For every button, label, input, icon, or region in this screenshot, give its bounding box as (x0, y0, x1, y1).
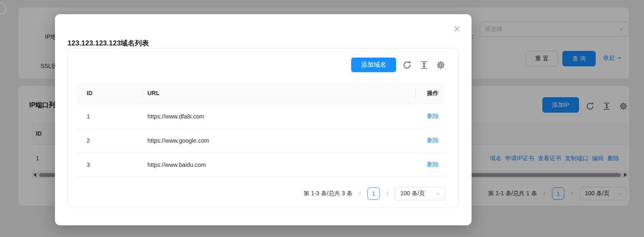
add-domain-button-label: 添加域名 (361, 61, 386, 69)
page-size-value: 100 条/页 (400, 190, 425, 197)
cell-url: https://www.baidu.com (147, 161, 206, 168)
delete-link[interactable]: 删除 (427, 137, 439, 144)
cell-url: https://www.dfa8i.com (147, 113, 204, 120)
chevron-down-icon (436, 192, 440, 196)
pagination-summary: 第 1-3 条/总共 3 条 (304, 190, 352, 197)
add-domain-button[interactable]: 添加域名 (351, 58, 396, 72)
settings-gear-icon[interactable] (436, 61, 445, 70)
col-action: 操作 (427, 90, 439, 97)
column-divider (415, 89, 416, 98)
col-id: ID (87, 90, 92, 96)
cell-url: https://www.google.com (147, 137, 209, 144)
modal-panel: 添加域名 ID URL 操作 1 https://www.dfa8i.com 删… (67, 48, 459, 207)
column-divider (142, 89, 143, 98)
domain-table-row: 3 https://www.baidu.com 删除 (77, 153, 446, 177)
domain-table-row: 2 https://www.google.com 删除 (77, 129, 446, 153)
domain-list-modal: 123.123.123.123域名列表 添加域名 ID URL 操作 1 htt (55, 14, 472, 225)
domain-pagination: 第 1-3 条/总共 3 条 1 100 条/页 (304, 187, 445, 200)
refresh-icon[interactable] (402, 61, 412, 70)
page-number-button[interactable]: 1 (367, 187, 380, 200)
row-height-icon[interactable] (419, 61, 429, 70)
delete-link[interactable]: 删除 (427, 113, 439, 120)
modal-title: 123.123.123.123域名列表 (67, 38, 149, 48)
domain-table-row: 1 https://www.dfa8i.com 删除 (77, 104, 446, 129)
col-url: URL (147, 90, 160, 96)
cell-id: 1 (87, 113, 90, 120)
cell-id: 2 (87, 137, 90, 144)
page-size-select[interactable]: 100 条/页 (395, 187, 445, 200)
close-icon[interactable] (453, 25, 461, 33)
delete-link[interactable]: 删除 (427, 161, 439, 169)
next-page-icon[interactable] (384, 187, 391, 200)
prev-page-icon[interactable] (357, 187, 363, 200)
cell-id: 3 (87, 161, 90, 168)
domain-table-header: ID URL 操作 (77, 83, 446, 104)
